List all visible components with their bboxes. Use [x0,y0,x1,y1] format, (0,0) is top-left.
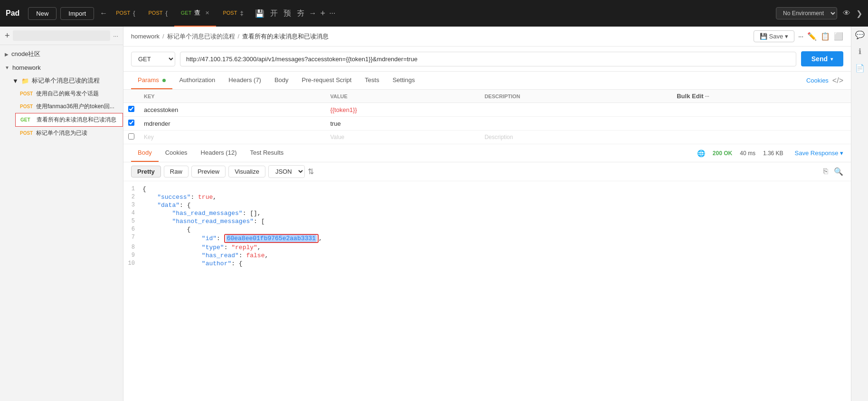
tab-pre-request[interactable]: Pre-request Script [295,72,359,89]
line-content-7: "id": 60ea8ee01fb9765e2aab3331, [142,234,322,243]
row1-checkbox[interactable] [128,106,134,112]
col-check [123,90,139,103]
sidebar: + ··· ▶ cnode社区 ▼ homework ▼ [0,27,123,401]
row2-checkbox[interactable] [128,120,134,126]
row2-desc[interactable] [480,117,672,131]
col-more[interactable]: ··· [705,93,709,99]
placeholder-checkbox[interactable] [128,133,134,140]
sidebar-more-button[interactable]: ··· [113,32,118,39]
save-more-button[interactable]: ··· [798,33,803,40]
rp-chat-icon[interactable]: 💬 [855,30,865,39]
list-item-post-2[interactable]: POST 使用fanmao36用户的token回... [15,100,123,113]
row1-value[interactable]: {{token1}} [325,103,480,117]
breadcrumb-flow[interactable]: 标记单个消息已读的流程 [167,32,235,41]
headers-label: Headers (7) [228,76,261,84]
table-row-placeholder: Key Value Description [123,131,851,144]
sidebar-add-button[interactable]: + [5,31,10,41]
row2-key[interactable]: mdrender [139,117,325,131]
resp-tab-cookies[interactable]: Cookies [159,144,194,162]
row1-key[interactable]: accesstoken [139,103,325,117]
copy-icon[interactable]: 📋 [821,32,830,41]
json-line-5: 5 "hasnot_read_messages": [ [123,217,851,225]
method-select[interactable]: GET POST PUT DELETE [131,52,175,66]
format-icon[interactable]: ⇅ [308,167,314,176]
tab-params[interactable]: Params [131,72,172,89]
save-icon-btn[interactable]: 💾 [255,9,264,18]
sidebar-group-homework-header[interactable]: ▼ homework [0,61,123,74]
tab-back-button[interactable]: ← [98,9,109,18]
row2-checkbox-cell [123,117,139,131]
format-pretty-button[interactable]: Pretty [131,166,161,177]
send-button[interactable]: Send ▾ [801,51,843,66]
breadcrumb-homework[interactable]: homework [131,33,160,40]
tab-close-button[interactable]: ✕ [205,10,209,16]
line-num-8: 8 [123,244,142,251]
tab-tests[interactable]: Tests [358,72,386,89]
preview-icon-btn[interactable]: 预 [283,9,291,19]
tab-get-active[interactable]: GET 查 ✕ [174,0,217,27]
resp-tab-body[interactable]: Body [131,144,159,162]
folder-icon-btn[interactable]: 夯 [297,9,304,19]
resp-tab-test-results[interactable]: Test Results [243,144,290,162]
resp-test-results-label: Test Results [250,149,283,156]
import-button[interactable]: Import [60,7,94,20]
list-item-post-3[interactable]: POST 标记单个消息为已读 [15,127,123,140]
app-title: Pad [6,9,19,18]
subgroup-flow-items: POST 使用自己的账号发个话题 POST 使用fanmao36用户的token… [8,87,123,140]
placeholder-key[interactable]: Key [139,131,325,144]
resp-tab-headers[interactable]: Headers (12) [194,144,244,162]
tab-body[interactable]: Body [268,72,295,89]
placeholder-desc[interactable]: Description [480,131,672,144]
row2-value[interactable]: true [325,117,480,131]
sidebar-group-cnode-header[interactable]: ▶ cnode社区 [0,47,123,61]
json-val-type: "reply" [231,244,257,251]
new-tab-button[interactable]: + [319,9,328,19]
copy-body-icon[interactable]: ⎘ [823,167,828,176]
col-actions: Bulk Edit ··· [672,90,851,103]
rp-doc-icon[interactable]: 📄 [855,64,865,73]
json-key-author: "author" [202,260,231,267]
send-dropdown-arrow[interactable]: ▾ [830,56,833,62]
line-content-5: "hasnot_read_messages": [ [142,218,264,225]
eye-icon[interactable]: 👁 [843,9,850,18]
breadcrumb-sep-2: / [238,33,240,40]
format-visualize-button[interactable]: Visualize [228,166,265,177]
search-body-icon[interactable]: 🔍 [834,167,843,176]
format-raw-button[interactable]: Raw [164,166,189,177]
edit-icon[interactable]: ✏️ [807,32,817,41]
bulk-edit-button[interactable]: Bulk Edit [677,93,703,100]
code-icon[interactable]: </> [832,76,843,85]
row1-desc[interactable] [480,103,672,117]
tab-forward-button[interactable]: → [307,9,319,18]
folder-icon: 📁 [21,77,29,84]
format-json-select[interactable]: JSON XML Text [268,165,305,178]
tab-headers[interactable]: Headers (7) [222,72,268,89]
more-tabs-button[interactable]: ··· [327,9,337,18]
save-button[interactable]: 💾 Save ▾ [754,30,795,42]
expand-icon[interactable]: ⬜ [834,32,843,41]
sidebar-search-input[interactable] [13,30,111,41]
rp-info-icon[interactable]: ℹ [859,47,861,56]
tab-post-1[interactable]: POST { [109,0,142,27]
list-item-get-active[interactable]: GET 查看所有的未读消息和已读消息 [15,113,123,127]
save-label: Save [769,33,783,40]
params-active-dot [162,79,166,82]
tab-settings[interactable]: Settings [386,72,422,89]
environment-select[interactable]: No Environment [776,7,837,19]
format-preview-button[interactable]: Preview [191,166,226,177]
new-button[interactable]: New [28,7,57,20]
save-response-button[interactable]: Save Response ▾ [795,149,843,157]
tab-post-2[interactable]: POST { [142,0,174,27]
sidebar-subgroup-flow-header[interactable]: ▼ 📁 标记单个消息已读的流程 [8,74,123,87]
tab-authorization[interactable]: Authorization [172,72,222,89]
body-label: Body [274,76,289,84]
sidebar-toggle-icon[interactable]: ❯ [856,9,862,18]
placeholder-value[interactable]: Value [325,131,480,144]
url-input[interactable] [180,52,796,66]
method-badge-post-3: POST [20,131,33,136]
cookies-link[interactable]: Cookies [806,77,829,84]
list-item-post-1[interactable]: POST 使用自己的账号发个话题 [15,87,123,100]
tab-post-3[interactable]: POST ‡ [216,0,250,27]
open-icon-btn[interactable]: 开 [270,9,278,19]
homework-group-label: homework [12,64,41,71]
